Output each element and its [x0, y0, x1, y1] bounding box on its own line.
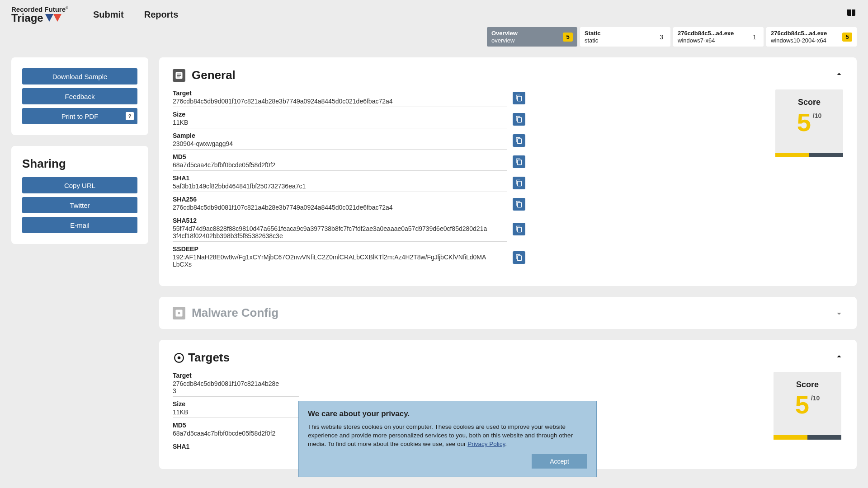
field-label: SHA512: [173, 217, 507, 224]
copy-icon[interactable]: [513, 92, 525, 104]
field-target: Target 276cdb84c5db9d081f107c821a4b28e3: [173, 372, 299, 397]
actions-card: Download Sample Feedback Print to PDF ?: [11, 57, 148, 135]
cookie-dialog: We care about your privacy. This website…: [298, 401, 597, 477]
field-value: 276cdb84c5db9d081f107c821a4b28e3: [173, 380, 299, 394]
print-pdf-shortcut: ?: [126, 112, 134, 120]
targets-score: Score 5 /10: [774, 372, 841, 440]
field-label: MD5: [173, 422, 299, 429]
privacy-policy-link[interactable]: Privacy Policy: [467, 441, 505, 447]
field-value: 192:AF1NaH28E0w8w/Fg1xCYrMjbC67O2nwVNfiL…: [173, 253, 507, 268]
nav-reports[interactable]: Reports: [144, 9, 179, 20]
field-sha1: SHA1: [173, 443, 299, 453]
print-pdf-button[interactable]: Print to PDF ?: [22, 108, 137, 124]
cookie-title: We care about your privacy.: [308, 409, 587, 418]
svg-rect-2: [177, 75, 181, 76]
score-value: 5: [795, 392, 809, 418]
targets-fields: Target 276cdb84c5db9d081f107c821a4b28e3 …: [173, 372, 299, 456]
expand-icon[interactable]: [834, 309, 844, 321]
malware-config-panel[interactable]: Malware Config: [159, 297, 857, 329]
field-size: Size 11KB: [173, 111, 507, 128]
score-value: 5: [797, 110, 811, 135]
field-label: Sample: [173, 132, 507, 139]
field-label: MD5: [173, 153, 507, 160]
sharing-card: Sharing Copy URL Twitter E-mail: [11, 146, 148, 244]
field-value: 276cdb84c5db9d081f107c821a4b28e3b7749a09…: [173, 98, 507, 105]
field-label: Size: [173, 400, 299, 408]
field-label: Target: [173, 89, 507, 97]
field-label: Target: [173, 372, 299, 379]
field-value: 230904-qwxwgagg94: [173, 140, 507, 147]
tab-windows10[interactable]: 276cdb84c5...a4.exe windows10-2004-x64 5: [766, 27, 857, 47]
report-tabs: Overview overview 5 Static static 3 276c…: [0, 27, 868, 47]
score-label: Score: [796, 380, 819, 389]
targets-icon: [173, 352, 185, 364]
cookie-body: This website stores cookies on your comp…: [308, 423, 587, 449]
field-ssdeep: SSDEEP 192:AF1NaH28E0w8w/Fg1xCYrMjbC67O2…: [173, 245, 507, 270]
tab-title: Static: [585, 30, 600, 37]
copy-icon[interactable]: [513, 223, 525, 235]
field-value: 5af3b1b149cf82bbd464841fbf250732736ea7c1: [173, 183, 507, 190]
tab-sub: overview: [491, 37, 518, 44]
config-icon: [173, 307, 185, 319]
field-value: 11KB: [173, 119, 507, 126]
field-value: 276cdb84c5db9d081f107c821a4b28e3b7749a09…: [173, 204, 507, 211]
score-bar: [775, 153, 843, 157]
copy-icon[interactable]: [513, 134, 525, 147]
tab-windows7[interactable]: 276cdb84c5...a4.exe windows7-x64 1: [673, 27, 764, 47]
copy-url-button[interactable]: Copy URL: [22, 177, 137, 193]
general-title: General: [192, 68, 236, 82]
field-label: SHA1: [173, 174, 507, 182]
tab-static[interactable]: Static static 3: [580, 27, 670, 47]
copy-icon[interactable]: [513, 251, 525, 264]
brand-logo[interactable]: Recorded Future® Triage: [11, 6, 68, 23]
docs-icon[interactable]: [846, 8, 857, 21]
field-sha1: SHA1 5af3b1b149cf82bbd464841fbf250732736…: [173, 174, 507, 192]
cookie-body-pre: This website stores cookies on your comp…: [308, 423, 573, 447]
copy-icon[interactable]: [513, 155, 525, 168]
field-md5: MD5 68a7d5caa4c7bfbf0bcde05f58d2f0f2: [173, 422, 299, 439]
sharing-title: Sharing: [22, 157, 137, 171]
tab-count: 1: [750, 33, 759, 41]
brand-mark-icon: [45, 14, 61, 22]
svg-rect-1: [177, 74, 181, 75]
general-fields: Target 276cdb84c5db9d081f107c821a4b28e3b…: [173, 89, 507, 273]
nav-submit[interactable]: Submit: [93, 9, 124, 20]
primary-nav: Submit Reports: [93, 9, 178, 20]
collapse-icon[interactable]: [834, 69, 844, 82]
field-value: 55f74d74d9ac8828f88c9810d47a6561feaca9c9…: [173, 225, 507, 239]
score-max: /10: [811, 395, 820, 401]
malware-config-title: Malware Config: [192, 306, 278, 320]
download-sample-button[interactable]: Download Sample: [22, 68, 137, 84]
tab-sub: static: [585, 37, 600, 44]
feedback-button[interactable]: Feedback: [22, 88, 137, 104]
tab-title: 276cdb84c5...a4.exe: [771, 30, 827, 37]
twitter-button[interactable]: Twitter: [22, 197, 137, 213]
field-sample: Sample 230904-qwxwgagg94: [173, 132, 507, 150]
general-score: Score 5 /10: [775, 89, 843, 157]
tab-title: 276cdb84c5...a4.exe: [678, 30, 734, 37]
brand-line2: Triage: [11, 13, 43, 23]
copy-icon[interactable]: [513, 113, 525, 126]
cookie-accept-button[interactable]: Accept: [532, 454, 587, 469]
print-pdf-label: Print to PDF: [61, 113, 99, 120]
copy-icon[interactable]: [513, 177, 525, 189]
general-panel: General Target 276cdb84c5db9d081f107c821…: [159, 57, 857, 286]
email-button[interactable]: E-mail: [22, 217, 137, 233]
field-label: SHA256: [173, 196, 507, 203]
tab-score-badge: 5: [563, 33, 573, 42]
field-md5: MD5 68a7d5caa4c7bfbf0bcde05f58d2f0f2: [173, 153, 507, 171]
score-label: Score: [798, 98, 821, 107]
collapse-icon[interactable]: [834, 352, 844, 364]
field-value: 68a7d5caa4c7bfbf0bcde05f58d2f0f2: [173, 161, 507, 169]
field-sha256: SHA256 276cdb84c5db9d081f107c821a4b28e3b…: [173, 196, 507, 213]
svg-rect-3: [177, 76, 180, 77]
tab-sub: windows10-2004-x64: [771, 37, 827, 44]
copy-icon[interactable]: [513, 198, 525, 211]
field-value: 11KB: [173, 408, 299, 416]
field-label: Size: [173, 111, 507, 118]
tab-title: Overview: [491, 30, 518, 37]
tab-overview[interactable]: Overview overview 5: [487, 27, 577, 47]
targets-title: Targets: [188, 351, 230, 365]
svg-point-5: [178, 312, 180, 314]
field-value: 68a7d5caa4c7bfbf0bcde05f58d2f0f2: [173, 430, 299, 437]
